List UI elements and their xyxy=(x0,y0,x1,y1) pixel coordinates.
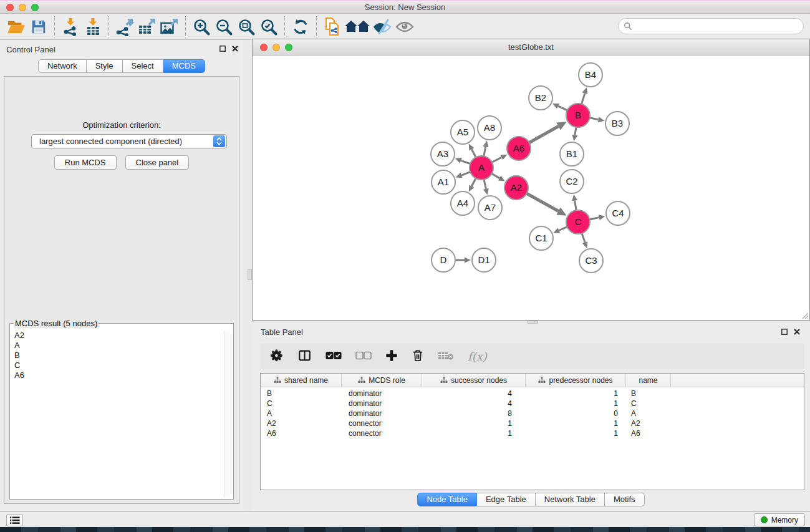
column-header-successor-nodes[interactable]: successor nodes xyxy=(422,374,526,387)
import-network-icon[interactable] xyxy=(59,16,82,37)
run-mcds-button[interactable]: Run MCDS xyxy=(54,155,117,170)
column-header-shared-name[interactable]: shared name xyxy=(261,374,342,387)
graph-node-D1[interactable]: D1 xyxy=(472,248,496,272)
table-row[interactable]: A2connector11A2 xyxy=(261,418,804,428)
mcds-result-item[interactable]: B xyxy=(11,351,224,360)
network-window-titlebar[interactable]: testGlobe.txt xyxy=(253,39,809,56)
graph-node-D[interactable]: D xyxy=(432,248,455,272)
graph-node-B3[interactable]: B3 xyxy=(605,112,629,135)
graph-node-A3[interactable]: A3 xyxy=(431,142,455,166)
graph-edge-A6-B[interactable] xyxy=(529,127,559,143)
tab-select[interactable]: Select xyxy=(123,59,163,73)
graph-edge-A-A3[interactable] xyxy=(461,160,470,163)
close-panel-icon[interactable] xyxy=(232,46,238,52)
graph-node-C2[interactable]: C2 xyxy=(560,170,584,193)
tab-mcds[interactable]: MCDS xyxy=(163,59,205,73)
splitpane-vertical-grip[interactable] xyxy=(248,269,252,280)
mcds-result-item[interactable]: A6 xyxy=(11,370,224,380)
export-image-icon[interactable] xyxy=(158,16,181,37)
tab-style[interactable]: Style xyxy=(87,59,123,73)
clone-network-icon[interactable] xyxy=(321,16,344,37)
graph-node-B2[interactable]: B2 xyxy=(529,86,552,110)
refresh-layout-icon[interactable] xyxy=(289,16,312,37)
graph-node-A1[interactable]: A1 xyxy=(432,170,455,194)
tab-edge-table[interactable]: Edge Table xyxy=(477,493,536,506)
column-manager-icon[interactable] xyxy=(297,349,312,364)
graph-edge-C-C4[interactable] xyxy=(590,218,599,220)
graph-edge-C-C2[interactable] xyxy=(575,201,576,211)
column-header-name[interactable]: name xyxy=(626,374,671,387)
graph-node-A8[interactable]: A8 xyxy=(478,116,501,140)
graph-edge-B-B2[interactable] xyxy=(558,106,567,110)
table-row[interactable]: Bdominator41B xyxy=(261,389,804,399)
tab-motifs[interactable]: Motifs xyxy=(605,493,645,506)
network-canvas[interactable]: B4B2BB3A8A5A6A3B1AA1C2A2A4A7C4CC1DD1C3 xyxy=(253,56,809,320)
graph-node-C4[interactable]: C4 xyxy=(606,201,630,225)
graph-node-A[interactable]: A xyxy=(470,156,493,180)
graph-edge-A-A1[interactable] xyxy=(461,172,470,175)
graph-edge-B-B1[interactable] xyxy=(575,127,576,135)
mcds-result-item[interactable]: A2 xyxy=(11,331,224,341)
zoom-selected-icon[interactable] xyxy=(258,16,280,37)
tab-network-table[interactable]: Network Table xyxy=(536,493,605,506)
delete-column-icon[interactable] xyxy=(412,349,424,364)
graph-edge-A2-C[interactable] xyxy=(527,193,559,211)
resize-grip-icon[interactable] xyxy=(801,311,809,319)
graph-node-A6[interactable]: A6 xyxy=(507,137,531,160)
table-row[interactable]: Adominator80A xyxy=(261,409,804,418)
graph-node-A2[interactable]: A2 xyxy=(504,176,528,200)
save-session-icon[interactable] xyxy=(27,16,50,37)
mcds-result-item[interactable]: A xyxy=(11,341,224,351)
graph-edge-A-A6[interactable] xyxy=(492,157,502,162)
zoom-in-icon[interactable] xyxy=(190,16,213,37)
graph-node-B4[interactable]: B4 xyxy=(579,63,602,87)
graph-node-C3[interactable]: C3 xyxy=(579,249,603,273)
open-session-icon[interactable] xyxy=(5,16,27,37)
zoom-out-icon[interactable] xyxy=(213,16,235,37)
table-row[interactable]: Cdominator41C xyxy=(261,399,804,409)
mcds-result-item[interactable]: C xyxy=(11,360,224,370)
deselect-all-icon[interactable] xyxy=(355,351,372,362)
float-table-panel-icon[interactable] xyxy=(781,329,788,335)
search-field[interactable] xyxy=(618,18,804,34)
close-table-panel-icon[interactable] xyxy=(794,329,800,335)
column-header-MCDS-role[interactable]: MCDS role xyxy=(342,374,422,387)
select-all-icon[interactable] xyxy=(325,351,342,362)
export-table-icon[interactable] xyxy=(136,16,158,37)
graph-edge-C-C1[interactable] xyxy=(559,227,567,231)
graph-node-B[interactable]: B xyxy=(566,104,590,127)
graph-edge-A-A4[interactable] xyxy=(471,178,476,186)
graph-node-A4[interactable]: A4 xyxy=(451,191,475,215)
search-input[interactable] xyxy=(635,22,798,31)
memory-button[interactable]: Memory xyxy=(754,513,805,526)
tab-node-table[interactable]: Node Table xyxy=(417,493,477,506)
table-options-gear-icon[interactable] xyxy=(270,349,284,364)
graph-edge-A-A7[interactable] xyxy=(484,180,486,189)
float-panel-icon[interactable] xyxy=(219,46,226,52)
graph-edge-A-A2[interactable] xyxy=(491,173,499,178)
hide-details-icon[interactable] xyxy=(371,16,393,37)
graph-edge-A-A5[interactable] xyxy=(471,149,476,157)
graph-node-B1[interactable]: B1 xyxy=(560,142,584,166)
column-header-predecessor-nodes[interactable]: predecessor nodes xyxy=(526,374,626,387)
table-row[interactable]: A6connector11A6 xyxy=(261,428,804,438)
home-view-icon[interactable] xyxy=(344,16,371,37)
splitpane-horizontal-grip[interactable] xyxy=(528,321,538,324)
add-column-icon[interactable] xyxy=(385,349,398,364)
close-panel-button[interactable]: Close panel xyxy=(125,155,190,170)
show-details-icon[interactable] xyxy=(393,16,416,37)
graph-node-C1[interactable]: C1 xyxy=(529,226,553,250)
graph-edge-B-B3[interactable] xyxy=(590,118,599,120)
task-history-button[interactable] xyxy=(6,514,23,526)
graph-edge-B-B4[interactable] xyxy=(582,94,585,104)
mcds-result-scrollbar[interactable] xyxy=(224,331,232,498)
import-table-icon[interactable] xyxy=(82,16,104,37)
zoom-fit-icon[interactable] xyxy=(235,16,258,37)
graph-node-A5[interactable]: A5 xyxy=(451,120,475,144)
criterion-select[interactable]: largest connected component (directed) xyxy=(31,134,227,148)
graph-edge-A-A8[interactable] xyxy=(484,147,486,156)
export-network-icon[interactable] xyxy=(113,16,136,37)
graph-node-C[interactable]: C xyxy=(566,210,590,234)
tab-network[interactable]: Network xyxy=(38,59,87,73)
delete-table-icon[interactable] xyxy=(438,351,454,362)
